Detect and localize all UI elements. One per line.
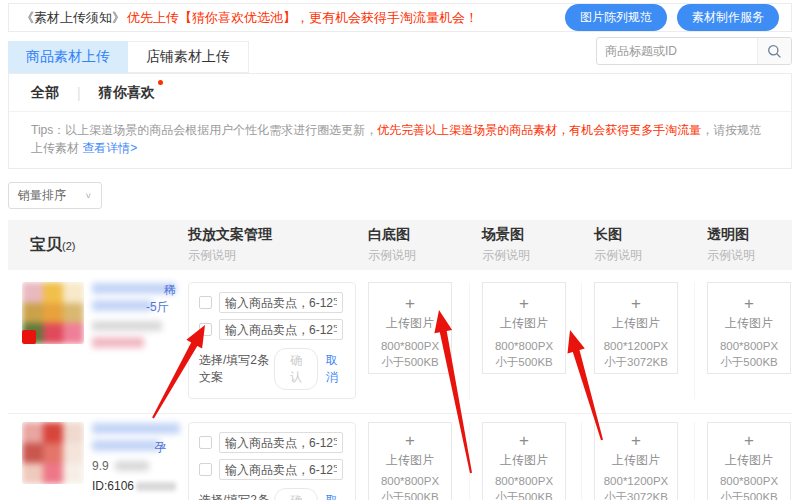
copy-cell-1: 选择/填写2条文案 确认 取消 [176,282,356,399]
copy-checkbox[interactable] [199,296,212,309]
selling-point-input[interactable] [219,292,343,313]
tips-prefix: Tips：以上渠道场景的商品会根据用户个性化需求进行圈选更新， [31,123,377,137]
filter-row: 全部 | 猜你喜欢 [9,74,791,111]
plus-icon: + [710,432,788,449]
tips-row: Tips：以上渠道场景的商品会根据用户个性化需求进行圈选更新，优先完善以上渠道场… [9,111,791,168]
cancel-link[interactable]: 取消 [326,492,345,500]
table-row: 稀 -5斤 选择/填写2条文案 确认 取消 [8,270,792,414]
copy-checkbox[interactable] [199,323,212,336]
copy-hint: 选择/填写2条文案 [199,492,274,500]
copy-checkbox[interactable] [199,463,212,476]
title-fragment: 孕 [154,439,166,456]
whitebg-cell-1: + 上传图片 800*800PX小于500KB [356,282,470,399]
column-header-copy: 投放文案管理 示例说明 [176,226,356,264]
search-button[interactable] [757,38,791,64]
plus-icon: + [485,432,563,449]
upload-long-button[interactable]: + 上传图片 800*1200PX小于3072KB [594,422,678,500]
column-header-long: 长图 示例说明 [582,226,695,264]
column-header-whitebg: 白底图 示例说明 [356,226,470,264]
filter-all[interactable]: 全部 [31,84,59,102]
upload-whitebg-button[interactable]: + 上传图片 800*800PX小于500KB [368,282,452,374]
col-copy-example[interactable]: 示例说明 [188,247,356,264]
upload-long-button[interactable]: + 上传图片 800*1200PX小于3072KB [594,282,678,374]
column-header-product: 宝贝(2) [8,235,176,256]
filter-panel: 全部 | 猜你喜欢 Tips：以上渠道场景的商品会根据用户个性化需求进行圈选更新… [8,73,792,169]
notice-buttons: 图片陈列规范 素材制作服务 [565,4,779,31]
plus-icon: + [371,295,449,312]
notice-link[interactable]: 《素材上传须知》 [21,9,125,27]
filter-guess-you-like[interactable]: 猜你喜欢 [99,84,155,102]
title-fragment: 稀 [164,282,176,299]
new-badge-dot [158,80,163,85]
column-header-scene: 场景图 示例说明 [470,226,582,264]
confirm-button[interactable]: 确认 [274,488,317,500]
product-cell-1: 稀 -5斤 [8,282,176,399]
price-fragment: 9.9 [92,459,109,473]
upload-scene-button[interactable]: + 上传图片 800*800PX小于500KB [482,282,566,374]
transparent-cell-1: + 上传图片 800*800PX小于500KB [695,282,790,399]
search-input[interactable] [597,44,757,58]
notice-highlight: 优先上传【猜你喜欢优选池】，更有机会获得手淘流量机会！ [127,9,478,27]
transparent-cell-2: + 上传图片 800*800PX小于500KB [695,422,790,500]
cancel-link[interactable]: 取消 [326,352,345,386]
col-product-title: 宝贝 [30,236,62,253]
sort-label: 销量排序 [18,187,66,204]
long-cell-2: + 上传图片 800*1200PX小于3072KB [582,422,695,500]
product-thumbnail[interactable] [22,422,84,484]
title-fragment: -5斤 [146,299,169,316]
product-info: 孕 9.9 ID:6106 [92,422,176,500]
scene-cell-1: + 上传图片 800*800PX小于500KB [470,282,582,399]
upload-transparent-button[interactable]: + 上传图片 800*800PX小于500KB [707,422,791,500]
notice-bar: 《素材上传须知》 优先上传【猜你喜欢优选池】，更有机会获得手淘流量机会！ 图片陈… [8,3,792,32]
product-thumbnail[interactable] [22,282,84,344]
plus-icon: + [597,432,675,449]
copy-box: 选择/填写2条文案 确认 取消 [188,282,356,399]
col-whitebg-example[interactable]: 示例说明 [368,247,470,264]
selling-point-input[interactable] [219,432,343,453]
search-icon [767,44,782,59]
search-box [596,37,792,65]
scene-cell-2: + 上传图片 800*800PX小于500KB [470,422,582,500]
copy-checkbox[interactable] [199,436,212,449]
chevron-down-icon: ∨ [85,191,92,200]
promo-badge [22,330,36,344]
product-info: 稀 -5斤 [92,282,176,399]
confirm-button[interactable]: 确认 [274,348,317,390]
column-header-transparent: 透明图 示例说明 [695,226,790,264]
long-cell-1: + 上传图片 800*1200PX小于3072KB [582,282,695,399]
col-product-count: (2) [62,240,75,252]
col-scene-example[interactable]: 示例说明 [482,247,582,264]
sort-select[interactable]: 销量排序 ∨ [8,182,102,209]
selling-point-input[interactable] [219,319,343,340]
upload-scene-button[interactable]: + 上传图片 800*800PX小于500KB [482,422,566,500]
table-header: 宝贝(2) 投放文案管理 示例说明 白底图 示例说明 场景图 示例说明 长图 示… [8,220,792,270]
material-service-button[interactable]: 素材制作服务 [677,4,779,31]
copy-hint: 选择/填写2条文案 [199,352,274,386]
table-row: 孕 9.9 ID:6106 [8,414,792,500]
copy-box: 选择/填写2条文案 确认 取消 [188,422,356,500]
tab-shop-material-upload[interactable]: 店铺素材上传 [128,41,249,73]
tab-search-row: 商品素材上传 店铺素材上传 [8,41,792,73]
view-details-link[interactable]: 查看详情> [82,141,137,155]
material-table: 宝贝(2) 投放文案管理 示例说明 白底图 示例说明 场景图 示例说明 长图 示… [8,220,792,500]
plus-icon: + [710,295,788,312]
plus-icon: + [371,432,449,449]
blurred-product-image [22,422,84,484]
product-cell-2: 孕 9.9 ID:6106 [8,422,176,500]
whitebg-cell-2: + 上传图片 800*800PX小于500KB [356,422,470,500]
image-display-spec-button[interactable]: 图片陈列规范 [565,4,667,31]
upload-whitebg-button[interactable]: + 上传图片 800*800PX小于500KB [368,422,452,500]
filter-guess-you-like-label: 猜你喜欢 [99,84,155,100]
upload-transparent-button[interactable]: + 上传图片 800*800PX小于500KB [707,282,791,374]
product-id: ID:6106 [92,479,176,493]
tab-product-material-upload[interactable]: 商品素材上传 [8,41,128,73]
copy-cell-2: 选择/填写2条文案 确认 取消 [176,422,356,500]
selling-point-input[interactable] [219,459,343,480]
plus-icon: + [485,295,563,312]
tips-highlight: 优先完善以上渠道场景的商品素材，有机会获得更多手淘流量 [377,123,701,137]
col-transparent-example[interactable]: 示例说明 [707,247,790,264]
plus-icon: + [597,295,675,312]
col-long-example[interactable]: 示例说明 [594,247,695,264]
filter-divider: | [77,85,81,101]
